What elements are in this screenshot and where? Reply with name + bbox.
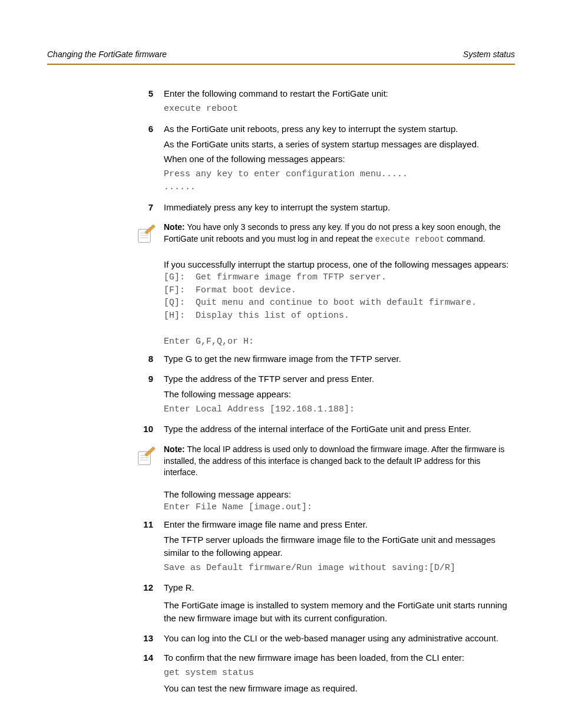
step-6: 6 As the FortiGate unit reboots, press a… xyxy=(135,123,509,196)
note-block: Note: You have only 3 seconds to press a… xyxy=(135,222,509,249)
step-10: 10 Type the address of the internal inte… xyxy=(135,423,509,438)
paragraph: If you successfully interrupt the startu… xyxy=(164,258,509,271)
code-block: execute reboot xyxy=(164,103,509,116)
post-note-block: The following message appears: Enter Fil… xyxy=(164,488,509,514)
note-text: Note: You have only 3 seconds to press a… xyxy=(164,222,509,245)
step-text: The FortiGate image is installed to syst… xyxy=(164,599,509,625)
header-left: Changing the FortiGate firmware xyxy=(47,48,167,60)
page-content: 5 Enter the following command to restart… xyxy=(47,87,515,697)
step-text: Type the address of the internal interfa… xyxy=(164,423,509,436)
step-number: 12 xyxy=(135,581,164,627)
note-icon xyxy=(135,444,164,471)
note-block: Note: The local IP address is used only … xyxy=(135,444,509,479)
header-right: System status xyxy=(463,48,515,60)
step-text: Type R. xyxy=(164,581,509,594)
step-text: You can test the new firmware image as r… xyxy=(164,682,509,695)
step-5: 5 Enter the following command to restart… xyxy=(135,87,509,118)
code-block: [G]: Get firmware image from TFTP server… xyxy=(164,271,509,348)
code-block: Press any key to enter configuration men… xyxy=(164,168,509,194)
step-text: Type G to get the new firmware image fro… xyxy=(164,353,509,365)
step-number: 5 xyxy=(135,87,164,118)
step-14: 14 To confirm that the new firmware imag… xyxy=(135,651,509,697)
step-number: 10 xyxy=(135,423,164,438)
step-text: The TFTP server uploads the firmware ima… xyxy=(164,533,509,559)
step-text: Enter the following command to restart t… xyxy=(164,87,509,100)
step-text: To confirm that the new firmware image h… xyxy=(164,651,509,664)
code-block: Save as Default firmware/Run image witho… xyxy=(164,562,509,575)
step-text: As the FortiGate units starts, a series … xyxy=(164,138,509,151)
step-number: 14 xyxy=(135,651,164,697)
step-12: 12 Type R. The FortiGate image is instal… xyxy=(135,581,509,627)
code-block: Enter Local Address [192.168.1.188]: xyxy=(164,403,509,416)
code-block: get system status xyxy=(164,667,509,680)
running-header: Changing the FortiGate firmware System s… xyxy=(47,48,515,65)
step-number: 13 xyxy=(135,632,164,647)
step-number: 6 xyxy=(135,123,164,196)
step-text: Immediately press any key to interrupt t… xyxy=(164,201,509,214)
step-text: Type the address of the TFTP server and … xyxy=(164,373,509,386)
step-number: 7 xyxy=(135,201,164,216)
step-text: You can log into the CLI or the web-base… xyxy=(164,632,509,645)
step-7: 7 Immediately press any key to interrupt… xyxy=(135,201,509,216)
step-number: 9 xyxy=(135,373,164,418)
step-number: 8 xyxy=(135,353,164,368)
post-note-block: If you successfully interrupt the startu… xyxy=(164,258,509,348)
step-text: Enter the firmware image file name and p… xyxy=(164,518,509,531)
note-text: Note: The local IP address is used only … xyxy=(164,444,509,479)
step-8: 8 Type G to get the new firmware image f… xyxy=(135,353,509,368)
step-text: The following message appears: xyxy=(164,388,509,401)
step-13: 13 You can log into the CLI or the web-b… xyxy=(135,632,509,647)
note-icon xyxy=(135,222,164,249)
paragraph: The following message appears: xyxy=(164,488,509,501)
step-number: 11 xyxy=(135,518,164,577)
code-block: Enter File Name [image.out]: xyxy=(164,501,509,514)
step-9: 9 Type the address of the TFTP server an… xyxy=(135,373,509,418)
step-text: When one of the following messages appea… xyxy=(164,153,509,166)
step-text: As the FortiGate unit reboots, press any… xyxy=(164,123,509,136)
step-11: 11 Enter the firmware image file name an… xyxy=(135,518,509,577)
